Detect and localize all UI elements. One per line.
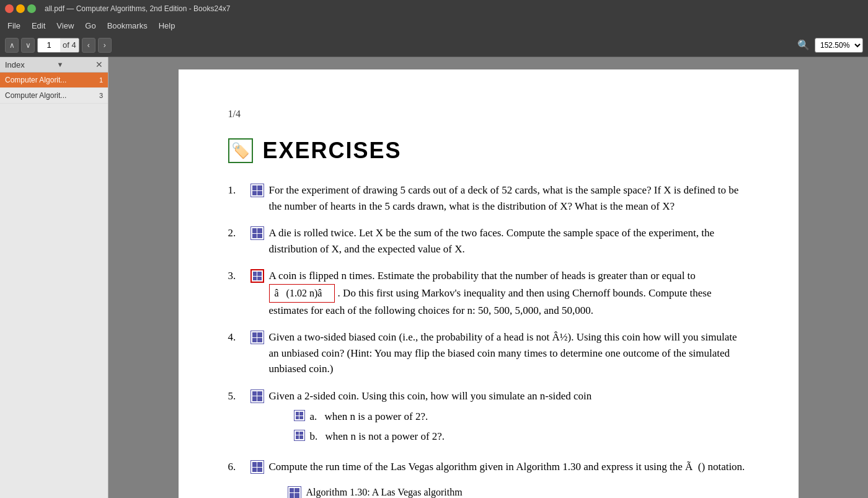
sub-list-5: a. when n is a power of 2?. b. when n is… (294, 409, 749, 444)
sidebar-title: Index (5, 60, 25, 69)
exercise-text-3-before: A coin is flipped n times. Estimate the … (269, 270, 696, 282)
nav-down-button[interactable]: ∨ (21, 38, 35, 53)
exercise-content-3: A coin is flipped n times. Estimate the … (269, 268, 749, 318)
sub-text-5a: when n is a power of 2?. (325, 409, 428, 425)
exercise-num-1: 1. (228, 182, 246, 214)
menu-go[interactable]: Go (80, 20, 100, 32)
exercise-icon-3 (250, 269, 264, 283)
algo-block-6: Algorithm 1.30: A Las Vegas algorithm (288, 485, 749, 499)
main-layout: Index ▼ ✕ Computer Algorit... 1 Computer… (0, 57, 868, 498)
exercises-header: 🏷️ EXERCISES (228, 134, 749, 167)
page-number-input[interactable] (38, 38, 60, 52)
exercise-num-2: 2. (228, 225, 246, 257)
exercise-num-5: 5. (228, 388, 246, 448)
exercises-title: EXERCISES (263, 134, 402, 167)
menu-view[interactable]: View (51, 20, 79, 32)
exercise-text-6: Compute the run time of the Las Vegas al… (269, 461, 745, 473)
sidebar-item-label-1: Computer Algorit... (5, 91, 66, 100)
exercise-icon-2 (250, 226, 264, 240)
next-page-button[interactable]: › (98, 38, 112, 53)
menu-file[interactable]: File (2, 20, 25, 32)
minimize-button[interactable] (16, 4, 25, 13)
close-button[interactable] (5, 4, 14, 13)
exercise-icon-4 (250, 331, 264, 344)
exercise-item-1: 1. For the experiment of drawing 5 cards… (228, 182, 749, 214)
sub-icon-5a (294, 410, 305, 421)
sidebar-close-button[interactable]: ✕ (95, 60, 103, 69)
exercise-content-6: Compute the run time of the Las Vegas al… (269, 459, 749, 498)
exercise-item-3: 3. A coin is flipped n times. Estimate t… (228, 268, 749, 318)
window-controls (5, 4, 36, 13)
search-button[interactable]: 🔍 (795, 37, 812, 54)
sidebar-dropdown-icon[interactable]: ▼ (56, 61, 63, 68)
exercise-icon-6 (250, 460, 264, 474)
sub-text-5b: when n is not a power of 2?. (326, 429, 445, 445)
nav-up-button[interactable]: ∧ (5, 38, 19, 53)
menu-help[interactable]: Help (154, 20, 180, 32)
sidebar-item-1[interactable]: Computer Algorit... 3 (0, 88, 108, 104)
menu-bookmarks[interactable]: Bookmarks (102, 20, 153, 32)
sub-item-5b: b. when n is not a power of 2?. (294, 429, 749, 445)
prev-page-button[interactable]: ‹ (82, 38, 95, 53)
exercise-icon-1 (250, 184, 264, 197)
page-label: 1/4 (228, 107, 749, 122)
exercise-text-5: Given a 2-sided coin. Using this coin, h… (269, 390, 592, 402)
exercise-item-2: 2. A die is rolled twice. Let X be the s… (228, 225, 749, 257)
maximize-button[interactable] (27, 4, 36, 13)
pdf-page: 1/4 🏷️ EXERCISES 1. For the experiment o… (179, 69, 799, 498)
exercise-num-4: 4. (228, 329, 246, 377)
formula-box-3: â (1.02 n)â (269, 284, 335, 303)
exercise-item-6: 6. Compute the run time of the Las Vegas… (228, 459, 749, 498)
sidebar-item-0[interactable]: Computer Algorit... 1 (0, 73, 108, 88)
exercises-icon: 🏷️ (228, 138, 253, 163)
zoom-select[interactable]: 152.50% 100% 75% 50% (815, 38, 863, 53)
toolbar: ∧ ∨ of 4 ‹ › 🔍 152.50% 100% 75% 50% (0, 33, 868, 57)
sub-item-5a: a. when n is a power of 2?. (294, 409, 749, 425)
pdf-area: 1/4 🏷️ EXERCISES 1. For the experiment o… (108, 57, 868, 498)
exercise-text-3-after: . Do this first using Markov's inequalit… (269, 287, 712, 316)
algo-icon (288, 486, 301, 499)
exercise-text-2: A die is rolled twice. Let X be the sum … (269, 227, 715, 255)
sidebar-item-page-1: 3 (99, 92, 103, 99)
exercise-content-5: Given a 2-sided coin. Using this coin, h… (269, 388, 749, 448)
menu-edit[interactable]: Edit (27, 20, 50, 32)
titlebar: all.pdf — Computer Algorithms, 2nd Editi… (0, 0, 868, 17)
sub-label-5a: a. (310, 409, 320, 425)
sidebar: Index ▼ ✕ Computer Algorit... 1 Computer… (0, 57, 108, 498)
sidebar-item-page-0: 1 (99, 76, 103, 84)
exercise-text-1: For the experiment of drawing 5 cards ou… (269, 184, 739, 212)
page-of-label: of 4 (60, 38, 79, 52)
exercise-num-3: 3. (228, 268, 246, 318)
menubar: File Edit View Go Bookmarks Help (0, 17, 868, 33)
exercise-item-4: 4. Given a two-sided biased coin (i.e., … (228, 329, 749, 377)
exercise-text-4: Given a two-sided biased coin (i.e., the… (269, 331, 737, 375)
exercise-content-4: Given a two-sided biased coin (i.e., the… (269, 329, 749, 377)
sidebar-item-label-0: Computer Algorit... (5, 76, 66, 84)
exercise-item-5: 5. Given a 2-sided coin. Using this coin… (228, 388, 749, 448)
exercise-num-6: 6. (228, 459, 246, 498)
sub-icon-5b (294, 430, 305, 441)
exercise-list: 1. For the experiment of drawing 5 cards… (228, 182, 749, 498)
sub-label-5b: b. (310, 429, 321, 445)
sidebar-header: Index ▼ ✕ (0, 57, 108, 73)
exercise-content-2: A die is rolled twice. Let X be the sum … (269, 225, 749, 257)
page-input-group: of 4 (37, 38, 79, 53)
algo-line-label: Algorithm 1.30: A Las Vegas algorithm (288, 485, 749, 499)
exercise-icon-5 (250, 389, 264, 403)
window-title: all.pdf — Computer Algorithms, 2nd Editi… (45, 4, 230, 13)
algo-title: Algorithm 1.30: A Las Vegas algorithm (306, 485, 463, 499)
exercise-content-1: For the experiment of drawing 5 cards ou… (269, 182, 749, 214)
